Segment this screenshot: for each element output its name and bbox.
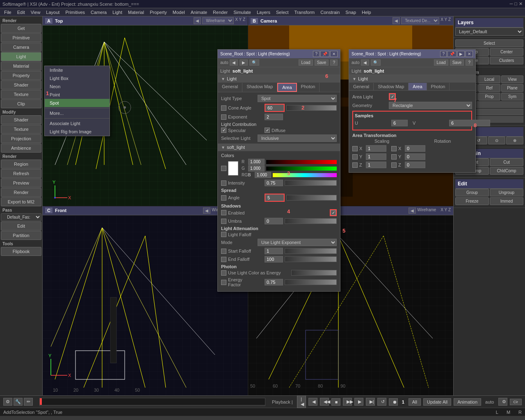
r-slider[interactable] xyxy=(266,160,337,164)
bottom-icon2[interactable]: 🔧 xyxy=(14,398,23,406)
umbra-checkbox[interactable] xyxy=(221,219,226,224)
bottom-icon3[interactable]: ✏ xyxy=(24,398,33,406)
texture-mod-button[interactable]: Texture xyxy=(1,125,41,134)
vp-front-btn1[interactable]: ◀ xyxy=(203,208,210,214)
all-button[interactable]: All xyxy=(409,398,421,406)
u-input[interactable] xyxy=(391,120,408,126)
view-button[interactable]: View xyxy=(501,75,523,83)
camera-button[interactable]: Camera xyxy=(1,43,41,52)
pass-select[interactable]: Default_Fas: xyxy=(1,213,41,221)
menu-transform[interactable]: Transform xyxy=(292,9,317,16)
layer-dropdown[interactable]: Layer_Default xyxy=(455,27,523,36)
immed-button[interactable]: Immed xyxy=(490,197,523,205)
refresh-button[interactable]: Refresh xyxy=(1,169,41,178)
ref-button[interactable]: Ref xyxy=(478,84,500,92)
menu-property[interactable]: Property xyxy=(147,9,169,16)
update-all-button[interactable]: Update All xyxy=(423,398,451,406)
vp-top-btn1[interactable]: ◀ xyxy=(194,17,201,24)
play-last[interactable]: ▶| xyxy=(366,398,375,406)
tab-general[interactable]: General xyxy=(218,83,242,92)
menu-select[interactable]: Select xyxy=(274,9,291,16)
region-button[interactable]: Region xyxy=(1,160,41,169)
start-falloff-checkbox[interactable] xyxy=(221,249,226,254)
timeline-bar[interactable] xyxy=(39,398,265,406)
panel-help-btn[interactable]: ? xyxy=(330,59,338,66)
snap-btn2[interactable]: ⊙ xyxy=(488,137,505,144)
color-checkbox[interactable] xyxy=(221,166,226,171)
use-light-color-slider[interactable] xyxy=(291,270,337,276)
mode-select[interactable]: Use Light Exponent xyxy=(258,239,337,246)
y-rot-checkbox[interactable] xyxy=(391,154,397,160)
light-falloff-checkbox[interactable] xyxy=(221,232,226,237)
minimize-btn[interactable]: ─ xyxy=(510,1,513,7)
tab-photon[interactable]: Photon xyxy=(297,83,320,92)
vp-bottom-btn1[interactable]: ◀ xyxy=(409,208,416,214)
vp-cam-btn1[interactable]: ◀ xyxy=(393,17,400,24)
panel2-btn-pin[interactable]: 📌 xyxy=(447,51,457,57)
angle-slider[interactable] xyxy=(286,195,337,201)
panel2-save-btn[interactable]: Save xyxy=(450,59,464,66)
selective-select[interactable]: Inclusive xyxy=(258,135,337,142)
texture-button[interactable]: Texture xyxy=(1,90,41,99)
diffuse-checkbox[interactable] xyxy=(265,128,270,133)
maximize-btn[interactable]: □ xyxy=(514,1,517,7)
g-input[interactable] xyxy=(248,165,265,171)
bottom-icon1[interactable]: ⚙ xyxy=(3,398,12,406)
panel-save-btn[interactable]: Save xyxy=(315,59,329,66)
shadows-enabled-check[interactable] xyxy=(331,210,336,215)
y-rot-input[interactable] xyxy=(405,153,425,160)
menu-snap[interactable]: Snap xyxy=(343,9,358,16)
play-stop[interactable]: ■ xyxy=(331,398,340,406)
get-button[interactable]: Get xyxy=(1,24,41,33)
panel2-nav-prev[interactable]: ◀ xyxy=(361,59,369,66)
geometry-select[interactable]: Rectangle xyxy=(389,102,472,109)
z-scale-checkbox[interactable] xyxy=(352,162,358,168)
menu-layout[interactable]: Layout xyxy=(43,9,62,16)
animation-button[interactable]: Animation xyxy=(454,398,481,406)
z-rot-checkbox[interactable] xyxy=(391,162,397,168)
ctx-infinite[interactable]: Infinite xyxy=(45,66,110,74)
y-scale-checkbox[interactable] xyxy=(352,154,358,160)
render-mod-button[interactable]: Render xyxy=(1,188,41,197)
panel2-tab-shadow-map[interactable]: Shadow Map xyxy=(374,83,409,90)
play-loop[interactable]: ↺ xyxy=(377,398,386,406)
ambience-button[interactable]: Ambience xyxy=(1,144,41,153)
panel-btn-info[interactable]: ? xyxy=(313,51,320,57)
light-type-select[interactable]: Spot xyxy=(258,95,337,102)
material-button[interactable]: Material xyxy=(1,62,41,71)
v-input[interactable] xyxy=(449,120,490,126)
property-button[interactable]: Property xyxy=(1,71,41,80)
panel2-tab-area[interactable]: Area xyxy=(409,83,427,90)
panel-search-btn[interactable]: 🔍 xyxy=(249,59,259,66)
snap-btn3[interactable]: ⊕ xyxy=(506,137,523,144)
panel2-btn-info[interactable]: ? xyxy=(440,51,447,57)
partition-button[interactable]: Partition xyxy=(1,231,41,240)
ctx-associate-light[interactable]: Associate Light xyxy=(45,119,110,128)
shader-button[interactable]: Shader xyxy=(1,80,41,89)
panel2-tab-photon[interactable]: Photon xyxy=(427,83,450,90)
tab-shadow-map[interactable]: Shadow Map xyxy=(242,83,277,92)
play-record[interactable]: ⏺ xyxy=(389,398,398,406)
panel2-help-btn[interactable]: ? xyxy=(466,59,473,66)
x-rot-input[interactable] xyxy=(405,145,425,152)
close-btn[interactable]: ✕ xyxy=(519,1,523,7)
z-scale-input[interactable] xyxy=(366,162,386,168)
play-first[interactable]: |◀ xyxy=(297,395,306,408)
cut-button[interactable]: Cut xyxy=(490,158,523,166)
plane-button[interactable]: Plane xyxy=(501,84,523,92)
freeze-button[interactable]: Freeze xyxy=(455,197,489,205)
end-falloff-slider[interactable] xyxy=(285,256,337,262)
projection-button[interactable]: Projection xyxy=(1,134,41,143)
menu-model[interactable]: Model xyxy=(170,9,187,16)
local-button[interactable]: Local xyxy=(478,75,500,83)
menu-help[interactable]: Help xyxy=(359,9,374,16)
angle-input[interactable] xyxy=(265,194,284,201)
play-prev[interactable]: ◀ xyxy=(308,398,317,406)
center-button[interactable]: Center xyxy=(490,48,523,56)
menu-camera[interactable]: Camera xyxy=(88,9,109,16)
angle-checkbox[interactable] xyxy=(221,195,226,201)
menu-edit[interactable]: Edit xyxy=(15,9,27,16)
panel2-btn-close[interactable]: ✕ xyxy=(466,51,473,57)
intensity-input[interactable] xyxy=(265,180,283,186)
intensity-slider[interactable] xyxy=(285,180,337,186)
